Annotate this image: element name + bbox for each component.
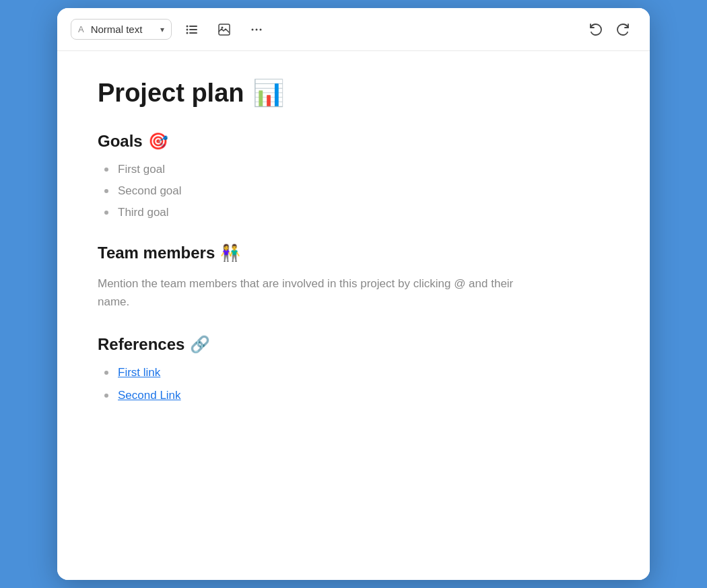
app-container: A Normal text ▾	[57, 8, 650, 580]
svg-point-9	[256, 28, 258, 30]
image-icon	[217, 23, 231, 36]
list-item: First goal	[104, 163, 609, 176]
svg-point-0	[187, 25, 189, 27]
content-area: Project plan 📊 Goals 🎯 First goal Second…	[57, 51, 650, 580]
undo-redo-group	[582, 18, 636, 41]
more-options-button[interactable]	[244, 19, 269, 40]
list-button[interactable]	[180, 19, 204, 40]
text-style-selector[interactable]: A Normal text ▾	[71, 19, 172, 40]
image-button[interactable]	[212, 19, 236, 40]
document-title: Project plan 📊	[98, 78, 609, 108]
team-heading-emoji: 👫	[220, 244, 240, 262]
redo-button[interactable]	[611, 18, 636, 41]
svg-rect-3	[189, 29, 197, 30]
goal-2-text: Second goal	[118, 184, 182, 198]
first-link[interactable]: First link	[118, 366, 160, 379]
second-link[interactable]: Second Link	[118, 389, 181, 402]
text-style-label: Normal text	[91, 24, 156, 35]
document-title-text: Project plan	[98, 79, 244, 108]
toolbar: A Normal text ▾	[57, 8, 650, 51]
document-title-emoji: 📊	[252, 78, 284, 108]
goal-3-text: Third goal	[118, 206, 169, 219]
references-list: First link Second Link	[98, 366, 609, 402]
list-icon	[185, 23, 199, 36]
undo-button[interactable]	[582, 18, 608, 41]
goals-heading: Goals 🎯	[98, 132, 609, 151]
more-icon	[250, 23, 263, 36]
svg-point-2	[187, 28, 189, 30]
goals-section: Goals 🎯 First goal Second goal Third goa…	[98, 132, 609, 219]
list-item: Second goal	[104, 184, 609, 198]
svg-point-8	[252, 28, 254, 30]
bullet-dot	[104, 211, 108, 215]
redo-icon	[616, 22, 631, 37]
bullet-dot	[104, 394, 108, 398]
bullet-dot	[104, 168, 108, 172]
references-heading: References 🔗	[98, 335, 609, 354]
list-item: First link	[104, 366, 609, 379]
goals-list: First goal Second goal Third goal	[98, 163, 609, 219]
bullet-dot	[104, 189, 108, 193]
goals-heading-text: Goals	[98, 132, 143, 151]
chevron-down-icon: ▾	[160, 25, 164, 34]
references-heading-emoji: 🔗	[190, 335, 210, 354]
bullet-dot	[104, 371, 108, 375]
goals-heading-emoji: 🎯	[148, 132, 168, 151]
team-section: Team members 👫 Mention the team members …	[98, 244, 609, 311]
list-item: Third goal	[104, 206, 609, 219]
references-section: References 🔗 First link Second Link	[98, 335, 609, 402]
svg-rect-5	[189, 32, 197, 34]
team-heading-text: Team members	[98, 244, 215, 262]
list-item: Second Link	[104, 389, 609, 402]
references-heading-text: References	[98, 335, 184, 354]
team-heading: Team members 👫	[98, 244, 609, 262]
team-description: Mention the team members that are involv…	[98, 274, 529, 311]
svg-point-10	[260, 28, 262, 30]
undo-icon	[588, 22, 603, 37]
svg-point-4	[187, 32, 189, 34]
goal-1-text: First goal	[118, 163, 165, 176]
text-style-a-label: A	[78, 24, 84, 34]
svg-rect-1	[189, 26, 197, 27]
svg-point-7	[222, 26, 224, 28]
